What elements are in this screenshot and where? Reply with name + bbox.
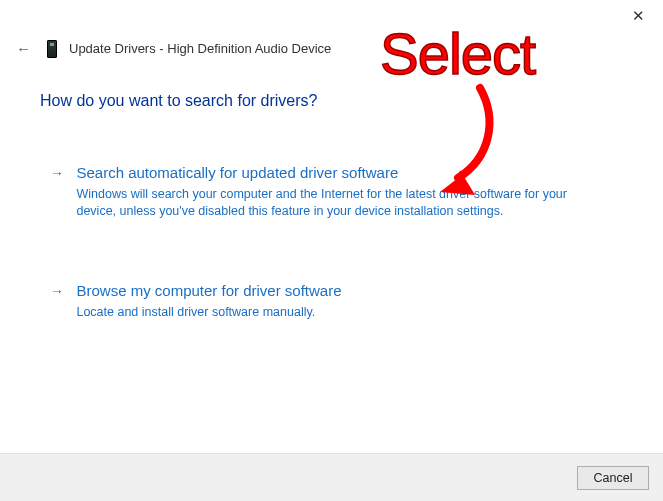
page-heading: How do you want to search for drivers? bbox=[40, 92, 317, 110]
option-title: Browse my computer for driver software bbox=[76, 280, 581, 302]
option-browse-computer[interactable]: → Browse my computer for driver software… bbox=[50, 280, 590, 321]
annotation-label: Select bbox=[380, 20, 535, 87]
option-search-automatically[interactable]: → Search automatically for updated drive… bbox=[50, 162, 590, 220]
arrow-right-icon: → bbox=[50, 162, 64, 184]
arrow-right-icon: → bbox=[50, 280, 64, 302]
footer-bar: Cancel bbox=[0, 453, 663, 501]
option-title: Search automatically for updated driver … bbox=[76, 162, 581, 184]
back-arrow-icon[interactable]: ← bbox=[12, 38, 35, 59]
wizard-header: ← Update Drivers - High Definition Audio… bbox=[12, 38, 331, 59]
close-icon[interactable]: ✕ bbox=[624, 4, 653, 27]
option-description: Locate and install driver software manua… bbox=[76, 304, 581, 321]
option-description: Windows will search your computer and th… bbox=[76, 186, 581, 220]
cancel-button[interactable]: Cancel bbox=[577, 466, 649, 490]
device-icon bbox=[47, 40, 57, 58]
window-title: Update Drivers - High Definition Audio D… bbox=[69, 41, 331, 56]
